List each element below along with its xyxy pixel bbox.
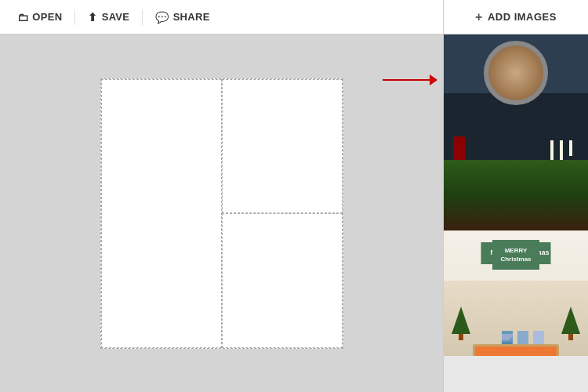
save-label: SAVE xyxy=(102,11,130,23)
save-icon: ⬆ xyxy=(88,11,97,24)
tree-left xyxy=(452,307,470,340)
tree-right xyxy=(561,307,580,340)
folder-icon: 🗀 xyxy=(17,11,28,24)
collage-template[interactable] xyxy=(100,78,343,349)
sidebar-panel: + ADD IMAGES ❯ xyxy=(443,0,588,392)
share-label: SHARE xyxy=(173,11,210,23)
share-button[interactable]: 💬 SHARE xyxy=(146,6,219,28)
open-button[interactable]: 🗀 OPEN xyxy=(8,6,71,28)
open-label: OPEN xyxy=(32,11,62,23)
divider-2 xyxy=(142,9,143,25)
christmas-mantel-image xyxy=(444,34,588,230)
add-images-label: ADD IMAGES xyxy=(488,11,557,23)
add-images-button[interactable]: + ADD IMAGES xyxy=(444,0,588,34)
image-thumbnail-christmas-mantel[interactable] xyxy=(444,34,588,230)
arrow-line xyxy=(383,79,430,81)
collage-cell-right-bottom[interactable] xyxy=(222,213,343,348)
arrow-indicator xyxy=(383,74,437,85)
plus-icon: + xyxy=(475,10,483,24)
save-button[interactable]: ⬆ SAVE xyxy=(78,6,139,28)
divider-1 xyxy=(74,9,75,25)
arrow-head xyxy=(430,74,437,85)
share-icon: 💬 xyxy=(155,11,169,24)
collage-cell-right-top[interactable] xyxy=(222,79,343,214)
ornaments-decoration xyxy=(456,168,576,183)
toolbar: 🗀 OPEN ⬆ SAVE 💬 SHARE xyxy=(0,0,443,34)
sidebar-images-panel: ❯ xyxy=(444,34,588,392)
merry-christmas-image: MERRYChristmas xyxy=(444,230,588,356)
merry-sign-text: MERRYChristmas xyxy=(500,247,531,263)
image-thumbnail-merry-christmas[interactable]: MERRYChristmas xyxy=(444,230,588,356)
sidebar-scroll[interactable]: MERRYChristmas xyxy=(444,34,588,392)
collage-cell-left[interactable] xyxy=(101,79,222,348)
main-canvas xyxy=(0,34,443,392)
